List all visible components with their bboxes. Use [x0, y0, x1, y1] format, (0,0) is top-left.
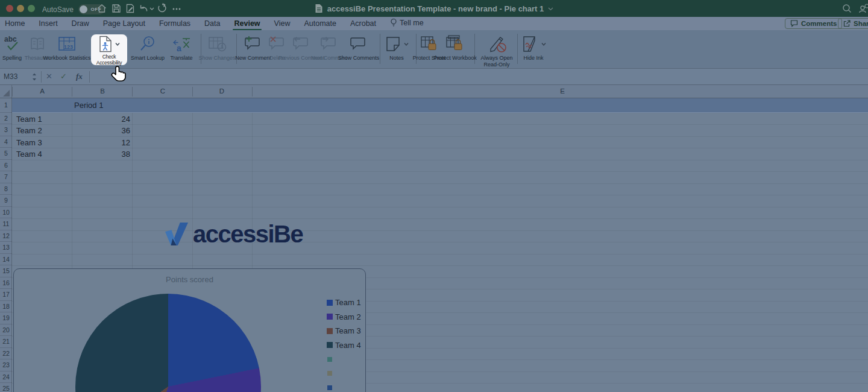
row-header-19[interactable]: 19 [0, 312, 12, 324]
row-header-8[interactable]: 8 [0, 183, 12, 195]
ribbon-button-label: Check Accessibility [91, 54, 127, 66]
window-title: accessiBe Presentation Template - new br… [327, 4, 544, 13]
row-header-21[interactable]: 21 [0, 336, 12, 348]
tab-page-layout[interactable]: Page Layout [103, 19, 145, 28]
legend-swatch [327, 357, 332, 362]
legend-extra-swatch [327, 352, 332, 367]
tab-formulas[interactable]: Formulas [159, 19, 190, 28]
row-header-25[interactable]: 25 [0, 383, 12, 392]
pie-chart-object[interactable]: Points scored Team 1Team 2Team 3Team 4 [13, 268, 366, 392]
cell-a3[interactable]: Team 2 [16, 126, 42, 135]
cell-b1[interactable]: Period 1 [74, 101, 103, 110]
row-header-24[interactable]: 24 [0, 371, 12, 384]
gridline [12, 195, 868, 195]
search-icon[interactable] [841, 3, 852, 14]
column-header-a[interactable]: A [40, 87, 45, 95]
accessibe-logo-text: accessiBe [193, 221, 303, 247]
gridline [12, 148, 868, 148]
column-divider [252, 87, 253, 96]
people-presence-icon[interactable] [858, 3, 868, 14]
row-header-17[interactable]: 17 [0, 289, 12, 301]
gridline [12, 254, 868, 254]
row-header-1[interactable]: 1 [0, 98, 12, 113]
cancel-entry-icon[interactable]: ✕ [46, 72, 52, 81]
row-header-6[interactable]: 6 [0, 160, 12, 172]
confirm-entry-icon[interactable]: ✓ [60, 72, 67, 81]
row-header-15[interactable]: 15 [0, 265, 12, 277]
row-header-11[interactable]: 11 [0, 218, 12, 230]
ribbon-button-label: Workbook Statistics [43, 55, 91, 62]
ribbon-button-check-accessibility[interactable]: Check Accessibility [91, 34, 127, 65]
select-all-corner[interactable] [0, 85, 12, 98]
ribbon-tabs: HomeInsertDrawPage LayoutFormulasDataRev… [5, 17, 424, 30]
row-header-23[interactable]: 23 [0, 359, 12, 371]
legend-label: Team 1 [335, 298, 361, 307]
column-header-d[interactable]: D [219, 87, 224, 95]
row-header-10[interactable]: 10 [0, 207, 12, 219]
cell-b5[interactable]: 38 [72, 150, 130, 159]
formula-bar-divider [89, 71, 90, 83]
workbook-statistics-icon: 123 [43, 34, 91, 54]
cell-a2[interactable]: Team 1 [16, 115, 42, 124]
column-divider [132, 87, 133, 96]
title-chevron-icon[interactable] [548, 6, 553, 11]
gridline [12, 230, 868, 231]
tab-data[interactable]: Data [204, 19, 220, 28]
row-header-3[interactable]: 3 [0, 124, 12, 136]
row-header-14[interactable]: 14 [0, 254, 12, 266]
cell-a5[interactable]: Team 4 [16, 150, 42, 159]
accessibe-logo[interactable]: accessiBe [165, 221, 303, 247]
tab-insert[interactable]: Insert [39, 19, 57, 28]
row-header-22[interactable]: 22 [0, 348, 12, 360]
ribbon-toolbar: abcSpellingThesaurus123Workbook Statisti… [0, 30, 868, 69]
row-header-7[interactable]: 7 [0, 171, 12, 183]
formula-input[interactable] [92, 69, 868, 84]
gridline [12, 242, 868, 242]
legend-swatch [327, 300, 333, 306]
comments-button[interactable]: Comments [785, 18, 842, 29]
tab-home[interactable]: Home [5, 19, 25, 28]
protect-workbook-icon [431, 34, 479, 54]
column-header-row: ABCDE [0, 85, 868, 98]
tab-draw[interactable]: Draw [72, 19, 89, 28]
row-header-5[interactable]: 5 [0, 148, 12, 160]
row-header-9[interactable]: 9 [0, 195, 12, 207]
cell-b4[interactable]: 12 [72, 138, 130, 147]
row-header-12[interactable]: 12 [0, 230, 12, 242]
gridline [12, 124, 868, 125]
share-button-label: Share [854, 20, 868, 27]
ribbon-button-protect-workbook[interactable]: Protect Workbook [431, 34, 479, 62]
ribbon-button-label: Hide Ink [509, 55, 558, 62]
row-header-13[interactable]: 13 [0, 242, 12, 254]
formula-bar: M33 ✕ ✓ fx [0, 69, 868, 85]
tab-acrobat[interactable]: Acrobat [350, 19, 376, 28]
check-accessibility-icon [91, 35, 127, 53]
legend-item-team-1: Team 1 [327, 296, 361, 310]
tab-view[interactable]: View [274, 19, 291, 28]
row-header-16[interactable]: 16 [0, 277, 12, 289]
cell-b2[interactable]: 24 [72, 115, 130, 124]
tab-review[interactable]: Review [234, 19, 260, 28]
cell-b3[interactable]: 36 [72, 126, 130, 135]
name-box-stepper[interactable] [31, 72, 37, 81]
ribbon-button-hide-ink[interactable]: Hide Ink [509, 34, 558, 62]
row-header-20[interactable]: 20 [0, 324, 12, 337]
legend-extra-swatch [327, 381, 332, 392]
column-header-e[interactable]: E [560, 87, 565, 95]
row-header-18[interactable]: 18 [0, 301, 12, 313]
insert-function-icon[interactable]: fx [76, 72, 83, 81]
row-header-2[interactable]: 2 [0, 113, 12, 125]
comments-button-label: Comments [801, 20, 837, 27]
ribbon-button-workbook-statistics[interactable]: 123Workbook Statistics [43, 34, 91, 62]
column-header-b[interactable]: B [100, 87, 105, 95]
header-row-highlight[interactable]: Period 1 [12, 98, 868, 113]
share-button[interactable]: Share [838, 18, 868, 29]
hide-ink-icon [509, 34, 558, 54]
row-header-4[interactable]: 4 [0, 136, 12, 148]
column-header-c[interactable]: C [160, 87, 165, 95]
spreadsheet-grid[interactable]: 1234567891011121314151617181920212223242… [0, 98, 868, 392]
cell-a4[interactable]: Team 3 [16, 138, 42, 147]
name-box[interactable]: M33 [4, 72, 17, 81]
tab-automate[interactable]: Automate [304, 19, 336, 28]
tab-tell-me[interactable]: Tell me [390, 18, 424, 29]
